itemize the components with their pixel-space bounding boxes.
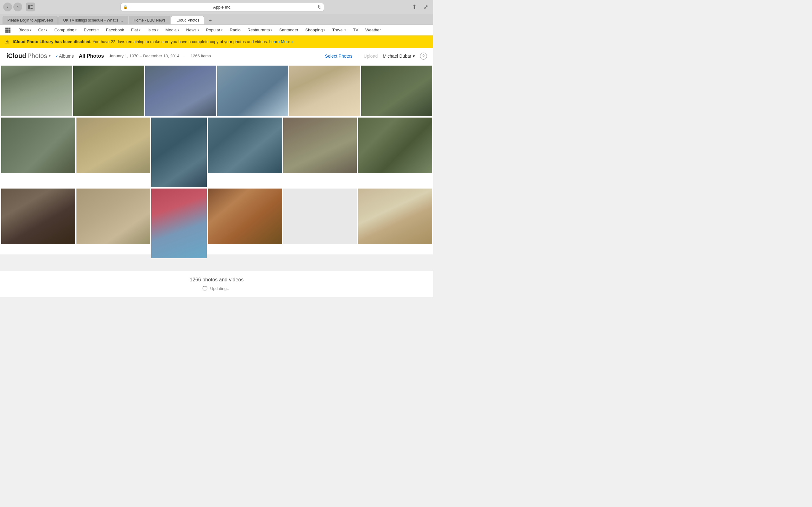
photo-cell-12[interactable] xyxy=(358,118,432,173)
photo-cell-18[interactable] xyxy=(358,188,432,244)
photo-cell-3[interactable] xyxy=(145,66,216,116)
svg-rect-7 xyxy=(5,30,7,31)
header-actions: Select Photos | Upload Michael Dubar ▾ ? xyxy=(325,53,427,60)
svg-rect-3 xyxy=(31,8,33,9)
address-bar[interactable] xyxy=(120,3,324,11)
fullscreen-button[interactable]: ⤢ xyxy=(421,3,430,11)
warning-banner: ⚠ iCloud Photo Library has been disabled… xyxy=(0,36,433,48)
svg-rect-5 xyxy=(7,27,9,29)
photo-cell-10[interactable] xyxy=(208,118,282,173)
user-menu[interactable]: Michael Dubar ▾ xyxy=(383,54,415,59)
nav-item-blogs[interactable]: Blogs ▾ xyxy=(15,26,35,34)
user-name: Michael Dubar xyxy=(383,54,411,59)
upload-button[interactable]: Upload xyxy=(363,54,377,59)
svg-rect-10 xyxy=(5,32,7,33)
photo-cell-15[interactable] xyxy=(151,188,207,258)
browser-chrome: ‹ › 🔒 ↻ ⬆ ⤢ Please Login to AppleSeed UK xyxy=(0,0,433,25)
back-arrow-icon: ‹ xyxy=(56,53,57,59)
nav-buttons: ‹ › xyxy=(3,3,22,11)
nav-item-news[interactable]: News ▾ xyxy=(183,26,202,34)
nav-item-media[interactable]: Media ▾ xyxy=(162,26,183,34)
svg-rect-11 xyxy=(7,32,9,33)
loading-spinner xyxy=(202,286,207,291)
photo-row-2 xyxy=(1,118,432,173)
svg-rect-6 xyxy=(9,27,10,29)
nav-item-car[interactable]: Car ▾ xyxy=(35,26,51,34)
tab-appleseed[interactable]: Please Login to AppleSeed xyxy=(3,16,58,24)
photo-cell-14[interactable] xyxy=(77,188,150,244)
app-header: iCloud Photos ▾ ‹ Albums All Photos Janu… xyxy=(0,48,433,64)
new-tab-button[interactable]: + xyxy=(206,16,214,24)
forward-button[interactable]: › xyxy=(13,3,22,11)
share-button[interactable]: ⬆ xyxy=(410,3,419,11)
photo-cell-13[interactable] xyxy=(1,188,75,244)
photo-cell-7[interactable] xyxy=(1,118,75,173)
svg-rect-8 xyxy=(7,30,9,31)
nav-item-isles[interactable]: Isles ▾ xyxy=(144,26,162,34)
browser-toolbar: ‹ › 🔒 ↻ ⬆ ⤢ xyxy=(0,0,433,14)
nav-item-tv[interactable]: TV xyxy=(350,26,362,34)
warning-text: iCloud Photo Library has been disabled. … xyxy=(13,39,294,44)
learn-more-link[interactable]: Learn More » xyxy=(269,39,294,44)
footer-photo-count: 1266 photos and videos xyxy=(6,277,427,283)
nav-item-weather[interactable]: Weather xyxy=(362,26,384,34)
updating-text: Updating… xyxy=(210,286,231,291)
apps-grid-icon[interactable] xyxy=(4,26,11,34)
popular-arrow-icon: ▾ xyxy=(221,29,223,32)
svg-rect-4 xyxy=(5,27,7,29)
media-arrow-icon: ▾ xyxy=(177,29,179,32)
albums-label: Albums xyxy=(59,54,74,59)
tab-tv-listings[interactable]: UK TV listings schedule - What's on TV t… xyxy=(58,16,128,24)
nav-item-computing[interactable]: Computing ▾ xyxy=(51,26,80,34)
photo-cell-1[interactable] xyxy=(1,66,72,116)
isles-arrow-icon: ▾ xyxy=(157,29,159,32)
tab-bbc-news[interactable]: Home - BBC News xyxy=(129,16,170,24)
car-arrow-icon: ▾ xyxy=(46,29,47,32)
header-separator: | xyxy=(357,54,358,58)
news-arrow-icon: ▾ xyxy=(198,29,199,32)
nav-item-events[interactable]: Events ▾ xyxy=(81,26,102,34)
browser-actions: ⬆ ⤢ xyxy=(410,3,430,11)
user-menu-arrow-icon: ▾ xyxy=(413,54,415,59)
photo-cell-4[interactable] xyxy=(217,66,288,116)
nav-item-restaurants[interactable]: Restaurants ▾ xyxy=(244,26,275,34)
nav-item-radio[interactable]: Radio xyxy=(226,26,244,34)
svg-rect-12 xyxy=(9,32,10,33)
photo-grid-container xyxy=(0,64,433,255)
logo-icloud-text: iCloud xyxy=(6,52,26,60)
photos-date-range: January 1, 1970 – December 18, 2014 xyxy=(109,54,180,58)
photo-cell-16[interactable] xyxy=(208,188,282,244)
albums-back-button[interactable]: ‹ Albums xyxy=(56,53,73,59)
tab-icloud-photos[interactable]: iCloud Photos xyxy=(171,16,204,24)
nav-item-popular[interactable]: Popular ▾ xyxy=(203,26,226,34)
sidebar-toggle-button[interactable] xyxy=(26,3,35,11)
reload-button[interactable]: ↻ xyxy=(317,4,322,10)
footer: 1266 photos and videos Updating… xyxy=(0,270,433,297)
photo-cell-5[interactable] xyxy=(289,66,360,116)
nav-item-travel[interactable]: Travel ▾ xyxy=(329,26,349,34)
computing-arrow-icon: ▾ xyxy=(75,29,77,32)
blogs-arrow-icon: ▾ xyxy=(30,29,32,32)
app-logo[interactable]: iCloud Photos ▾ xyxy=(6,52,51,60)
photo-cell-17[interactable] xyxy=(283,188,357,244)
photos-item-count: 1266 items xyxy=(191,54,211,58)
travel-arrow-icon: ▾ xyxy=(345,29,346,32)
nav-item-facebook[interactable]: Facebook xyxy=(103,26,127,34)
svg-rect-1 xyxy=(31,5,33,6)
help-button[interactable]: ? xyxy=(420,53,427,60)
photo-cell-6[interactable] xyxy=(361,66,432,116)
updating-indicator: Updating… xyxy=(6,286,427,291)
photo-cell-8[interactable] xyxy=(77,118,150,173)
photo-row-3 xyxy=(1,188,432,244)
logo-dropdown-arrow: ▾ xyxy=(49,54,51,58)
nav-item-santander[interactable]: Santander xyxy=(276,26,301,34)
logo-photos-text: Photos xyxy=(27,52,47,60)
select-photos-button[interactable]: Select Photos xyxy=(325,54,352,59)
photo-cell-11[interactable] xyxy=(283,118,357,173)
nav-item-flat[interactable]: Flat ▾ xyxy=(128,26,144,34)
flat-arrow-icon: ▾ xyxy=(139,29,141,32)
photo-cell-2[interactable] xyxy=(73,66,144,116)
nav-item-shopping[interactable]: Shopping ▾ xyxy=(302,26,328,34)
back-button[interactable]: ‹ xyxy=(3,3,12,11)
photo-cell-9[interactable] xyxy=(151,118,207,187)
